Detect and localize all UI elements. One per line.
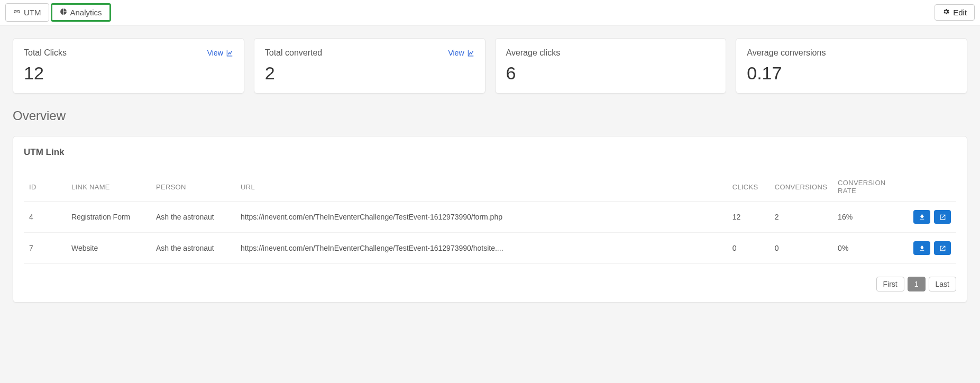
- view-link-label: View: [207, 49, 223, 57]
- col-conversions: CONVERSIONS: [770, 172, 832, 202]
- cell-link-name: Website: [66, 233, 151, 264]
- edit-button-label: Edit: [953, 8, 967, 17]
- view-link-label: View: [448, 49, 464, 57]
- chart-icon: [226, 49, 233, 57]
- cell-url: https://inevent.com/en/TheInEventerChall…: [235, 233, 727, 264]
- col-url: URL: [235, 172, 727, 202]
- cell-link-name: Registration Form: [66, 202, 151, 233]
- gear-icon: [942, 8, 950, 17]
- cell-actions: [906, 233, 956, 264]
- tab-utm[interactable]: UTM: [5, 3, 49, 22]
- pagination-first[interactable]: First: [876, 277, 904, 291]
- tab-analytics[interactable]: Analytics: [51, 3, 111, 22]
- tab-group: UTM Analytics: [5, 3, 111, 22]
- content-area: Total Clicks View 12 Total converted Vie…: [0, 25, 980, 315]
- utm-table: ID LINK NAME PERSON URL CLICKS CONVERSIO…: [24, 172, 956, 264]
- stat-title: Total Clicks: [24, 48, 67, 58]
- table-row[interactable]: 4 Registration Form Ash the astronaut ht…: [24, 202, 956, 233]
- stat-value: 12: [24, 63, 233, 84]
- external-link-icon: [939, 245, 946, 252]
- stat-card-average-clicks: Average clicks 6: [495, 38, 727, 94]
- table-header-row: ID LINK NAME PERSON URL CLICKS CONVERSIO…: [24, 172, 956, 202]
- link-icon: [13, 8, 21, 17]
- cell-conversions: 2: [770, 202, 832, 233]
- col-person: PERSON: [151, 172, 235, 202]
- cell-person: Ash the astronaut: [151, 233, 235, 264]
- stat-row: Total Clicks View 12 Total converted Vie…: [13, 38, 967, 94]
- edit-button[interactable]: Edit: [935, 4, 975, 21]
- stat-value: 6: [506, 63, 716, 84]
- stat-title: Average conversions: [747, 48, 826, 58]
- top-bar: UTM Analytics Edit: [0, 0, 980, 25]
- cell-id: 7: [24, 233, 66, 264]
- col-actions: [906, 172, 956, 202]
- tab-analytics-label: Analytics: [70, 8, 102, 17]
- overview-title: Overview: [13, 108, 967, 123]
- cell-clicks: 12: [727, 202, 770, 233]
- stat-card-average-conversions: Average conversions 0.17: [736, 38, 967, 94]
- pagination-page-1[interactable]: 1: [908, 277, 926, 291]
- stat-value: 0.17: [747, 63, 956, 84]
- stat-title: Average clicks: [506, 48, 561, 58]
- stat-card-total-converted: Total converted View 2: [254, 38, 486, 94]
- cell-conversion-rate: 0%: [832, 233, 906, 264]
- col-conversion-rate: CONVERSION RATE: [832, 172, 906, 202]
- stat-value: 2: [265, 63, 474, 84]
- cell-clicks: 0: [727, 233, 770, 264]
- col-clicks: CLICKS: [727, 172, 770, 202]
- col-link-name: LINK NAME: [66, 172, 151, 202]
- download-icon: [919, 214, 926, 221]
- chart-icon: [467, 49, 474, 57]
- cell-conversions: 0: [770, 233, 832, 264]
- utm-link-panel: UTM Link ID LINK NAME PERSON URL CLICKS …: [13, 136, 967, 303]
- external-link-icon: [939, 214, 946, 221]
- cell-actions: [906, 202, 956, 233]
- stat-title: Total converted: [265, 48, 323, 58]
- tab-utm-label: UTM: [24, 8, 41, 17]
- cell-url: https://inevent.com/en/TheInEventerChall…: [235, 202, 727, 233]
- pie-chart-icon: [60, 8, 67, 17]
- table-row[interactable]: 7 Website Ash the astronaut https://inev…: [24, 233, 956, 264]
- panel-title: UTM Link: [24, 147, 956, 158]
- cell-person: Ash the astronaut: [151, 202, 235, 233]
- cell-id: 4: [24, 202, 66, 233]
- open-button[interactable]: [934, 210, 951, 224]
- pagination: First 1 Last: [24, 277, 956, 291]
- view-link[interactable]: View: [448, 49, 474, 57]
- pagination-last[interactable]: Last: [929, 277, 956, 291]
- stat-card-total-clicks: Total Clicks View 12: [13, 38, 244, 94]
- download-button[interactable]: [913, 241, 930, 255]
- cell-conversion-rate: 16%: [832, 202, 906, 233]
- col-id: ID: [24, 172, 66, 202]
- view-link[interactable]: View: [207, 49, 233, 57]
- open-button[interactable]: [934, 241, 951, 255]
- download-button[interactable]: [913, 210, 930, 224]
- download-icon: [919, 245, 926, 252]
